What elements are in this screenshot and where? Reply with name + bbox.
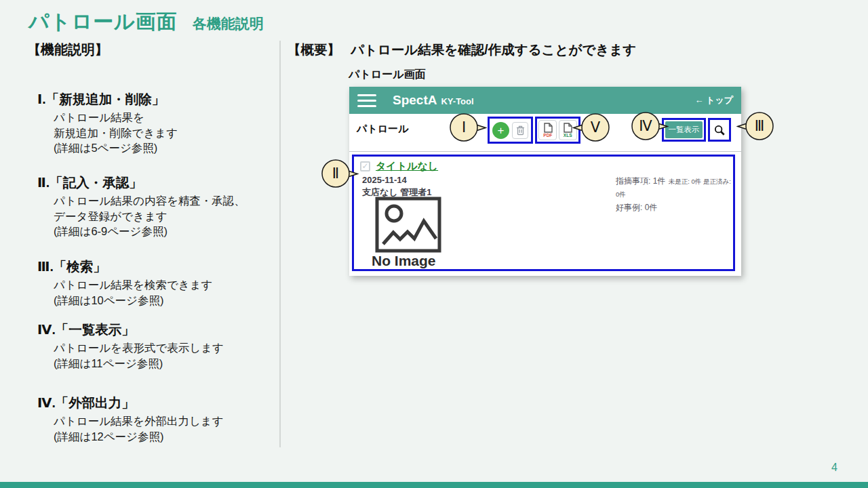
section-entry-approval: Ⅱ.「記入・承認」 パトロール結果の内容を精査・承認、 データ登録ができます (…	[37, 174, 281, 239]
section-search: Ⅲ.「検索」 パトロール結果を検索できます (詳細は10ページ参照)	[37, 258, 281, 308]
screenshot-caption: パトロール画面	[349, 68, 426, 82]
bottom-accent-bar	[0, 482, 868, 488]
section-export: Ⅳ.「外部出力」 パトロール結果を外部出力します (詳細は12ページ参照)	[37, 394, 281, 444]
callout-numeral: Ⅴ	[580, 113, 610, 142]
search-icon	[713, 124, 726, 136]
callout-2: Ⅱ	[321, 159, 359, 188]
app-header: SpectA KY-Tool ← トップ	[349, 87, 741, 114]
stat-findings: 指摘事項: 1件	[616, 176, 665, 186]
section-line: データ登録ができます	[37, 209, 281, 224]
delete-button[interactable]	[512, 122, 528, 139]
slide-title: パトロール画面 各機能説明	[28, 8, 264, 36]
page-subtitle: 各機能説明	[193, 14, 264, 33]
section-line: (詳細は6-9ページ参照)	[37, 224, 281, 239]
list-view-button[interactable]: 一覧表示	[665, 121, 703, 138]
section-heading: Ⅳ.「一覧表示」	[37, 321, 281, 338]
section-line: パトロール結果を検索できます	[37, 277, 281, 293]
app-page-title: パトロール	[357, 123, 408, 136]
pdf-file-icon	[543, 123, 553, 133]
no-image-placeholder-icon	[375, 197, 441, 253]
callout-4: Ⅳ	[631, 111, 669, 141]
export-pdf-button[interactable]: PDF	[538, 120, 557, 140]
toolbar-divider	[349, 151, 741, 152]
annotation-box-add-delete: +	[488, 117, 533, 144]
section-add-delete: Ⅰ.「新規追加・削除」 パトロール結果を 新規追加・削除できます (詳細は5ペー…	[37, 90, 281, 156]
callout-5: Ⅴ	[572, 113, 610, 142]
card-checkbox[interactable]: ✓	[360, 161, 370, 171]
column-divider	[279, 41, 281, 447]
callout-1: Ⅰ	[449, 113, 487, 142]
no-image-label: No Image	[372, 253, 436, 269]
section-line: (詳細は5ページ参照)	[37, 140, 281, 156]
section-heading: Ⅱ.「記入・承認」	[37, 174, 281, 191]
section-line: 新規追加・削除できます	[37, 125, 281, 141]
section-line: パトロール結果の内容を精査・承認、	[37, 193, 281, 209]
search-button[interactable]	[711, 121, 728, 139]
card-date: 2025-11-14	[362, 175, 407, 185]
plus-icon: +	[498, 125, 505, 136]
callout-3: Ⅲ	[736, 111, 774, 141]
trash-icon	[516, 125, 525, 136]
annotation-box-search	[708, 118, 731, 142]
overview-text: パトロール結果を確認/作成することができます	[351, 41, 636, 59]
app-brand: SpectA KY-Tool	[393, 93, 474, 108]
callout-numeral: Ⅳ	[631, 111, 660, 141]
section-line: (詳細は11ページ参照)	[37, 356, 281, 371]
pdf-label: PDF	[543, 134, 552, 138]
feature-description-heading: 【機能説明】	[27, 41, 108, 59]
section-heading: Ⅰ.「新規追加・削除」	[37, 90, 281, 108]
menu-icon[interactable]	[357, 94, 376, 107]
card-title-link[interactable]: タイトルなし	[376, 160, 438, 173]
back-to-top-link[interactable]: ← トップ	[694, 94, 733, 106]
add-button[interactable]: +	[492, 122, 509, 139]
stat-good-practices: 好事例: 0件	[616, 202, 733, 214]
overview-label: 【概要】	[288, 41, 340, 59]
xls-label: XLS	[564, 134, 572, 138]
patrol-result-card[interactable]: ✓ タイトルなし 2025-11-14 支店なし 管理者1 指摘事項: 1件 未…	[352, 155, 735, 271]
card-stats: 指摘事項: 1件 未是正: 0件 是正済み: 0件 好事例: 0件	[616, 174, 733, 214]
section-heading: Ⅲ.「検索」	[37, 258, 281, 275]
section-line: パトロールを表形式で表示します	[37, 340, 281, 356]
callout-numeral: Ⅰ	[449, 113, 479, 142]
section-line: (詳細は12ページ参照)	[37, 429, 281, 445]
xls-file-icon	[563, 123, 572, 133]
brand-name: SpectA	[393, 93, 437, 108]
section-heading: Ⅳ.「外部出力」	[37, 394, 281, 411]
section-line: (詳細は10ページ参照)	[37, 293, 281, 308]
section-line: パトロール結果を外部出力します	[37, 413, 281, 429]
section-list-view: Ⅳ.「一覧表示」 パトロールを表形式で表示します (詳細は11ページ参照)	[37, 321, 281, 371]
callout-numeral: Ⅲ	[745, 111, 774, 141]
page-number: 4	[831, 462, 837, 474]
callout-numeral: Ⅱ	[321, 159, 351, 188]
page-title: パトロール画面	[28, 8, 178, 36]
app-screenshot: SpectA KY-Tool ← トップ パトロール + PD	[349, 87, 741, 276]
overview-line: 【概要】 パトロール結果を確認/作成することができます	[288, 41, 636, 59]
brand-suffix: KY-Tool	[441, 96, 473, 106]
section-line: パトロール結果を	[37, 110, 281, 125]
